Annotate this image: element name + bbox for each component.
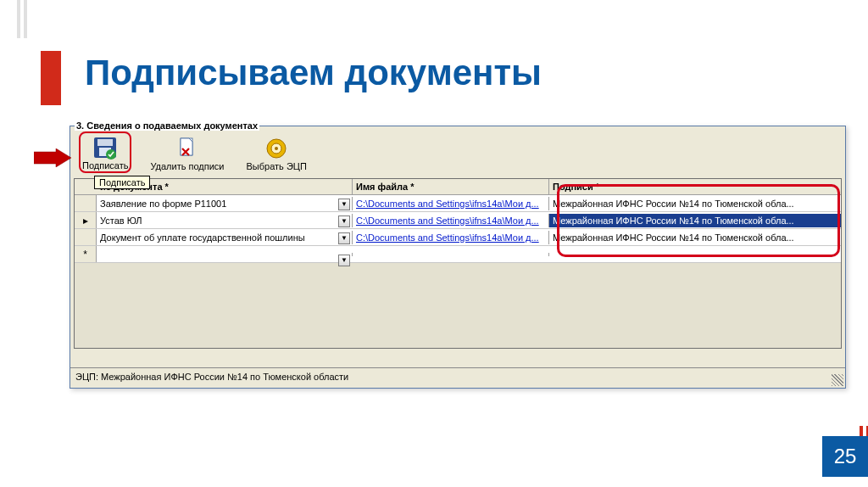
- grid-empty-area: [75, 263, 841, 348]
- grid-header-row: ие документа * Имя файла * Подписи *: [75, 179, 841, 195]
- doc-name-cell[interactable]: Устав ЮЛ ▼: [97, 214, 353, 227]
- row-marker: ▸: [75, 212, 97, 228]
- chevron-down-icon[interactable]: ▼: [338, 255, 350, 266]
- delete-button-label: Удалить подписи: [150, 161, 224, 171]
- documents-panel: Подписать Удалить подписи Выбрать ЭЦП: [70, 126, 846, 389]
- table-row[interactable]: Заявление по форме Р11001 ▼ C:\Documents…: [75, 195, 841, 212]
- chevron-down-icon[interactable]: ▼: [338, 232, 350, 244]
- doc-name-cell[interactable]: ▼: [97, 253, 353, 256]
- toolbar: Подписать Удалить подписи Выбрать ЭЦП: [70, 126, 845, 176]
- sign-tooltip: Подписать: [94, 176, 150, 189]
- delete-signatures-button[interactable]: Удалить подписи: [147, 134, 227, 173]
- table-row[interactable]: ▸ Устав ЮЛ ▼ C:\Documents and Settings\i…: [75, 212, 841, 229]
- sign-disk-icon: [91, 135, 120, 160]
- documents-grid: ие документа * Имя файла * Подписи * Зая…: [74, 178, 842, 349]
- decor-stripe: [24, 0, 27, 38]
- select-ecp-label: Выбрать ЭЦП: [247, 161, 307, 171]
- seal-icon: [262, 136, 291, 161]
- signature-cell[interactable]: Межрайонная ИФНС России №14 по Тюменской…: [549, 197, 841, 210]
- file-cell[interactable]: [353, 253, 549, 256]
- doc-name: Заявление по форме Р11001: [100, 199, 226, 209]
- doc-name-cell[interactable]: Заявление по форме Р11001 ▼: [97, 197, 353, 210]
- section-header: 3. Сведения о подаваемых документах: [75, 120, 259, 131]
- signature-cell[interactable]: Межрайонная ИФНС России №14 по Тюменской…: [549, 214, 841, 227]
- doc-name-cell[interactable]: Документ об уплате государственной пошли…: [97, 231, 353, 244]
- signature-cell[interactable]: [549, 253, 841, 256]
- file-link[interactable]: C:\Documents and Settings\ifns14a\Мои д.…: [356, 232, 539, 243]
- chevron-down-icon[interactable]: ▼: [338, 216, 350, 227]
- delete-doc-icon: [173, 136, 202, 161]
- file-link[interactable]: C:\Documents and Settings\ifns14a\Мои д.…: [356, 216, 539, 226]
- table-row-new[interactable]: * ▼: [75, 246, 841, 263]
- file-cell[interactable]: C:\Documents and Settings\ifns14a\Мои д.…: [353, 197, 549, 210]
- signature-cell[interactable]: Межрайонная ИФНС России №14 по Тюменской…: [549, 231, 841, 244]
- doc-name: Устав ЮЛ: [100, 216, 142, 226]
- select-ecp-button[interactable]: Выбрать ЭЦП: [243, 134, 310, 173]
- decor-stripe: [17, 0, 20, 38]
- svg-rect-2: [97, 139, 113, 146]
- page-number-badge: 25: [822, 436, 868, 477]
- svg-point-8: [275, 147, 278, 150]
- col-header-sign[interactable]: Подписи *: [549, 179, 841, 194]
- table-row[interactable]: Документ об уплате государственной пошли…: [75, 229, 841, 246]
- svg-marker-0: [34, 148, 71, 167]
- title-accent: [41, 51, 61, 105]
- status-bar: ЭЦП: Межрайонная ИФНС России №14 по Тюме…: [70, 367, 845, 388]
- sign-button-label: Подписать: [82, 160, 128, 171]
- chevron-down-icon[interactable]: ▼: [338, 199, 350, 210]
- file-cell[interactable]: C:\Documents and Settings\ifns14a\Мои д.…: [353, 214, 549, 227]
- arrow-callout-icon: [34, 148, 71, 167]
- status-text: ЭЦП: Межрайонная ИФНС России №14 по Тюме…: [75, 372, 348, 382]
- col-header-file[interactable]: Имя файла *: [353, 179, 549, 194]
- file-cell[interactable]: C:\Documents and Settings\ifns14a\Мои д.…: [353, 231, 549, 244]
- sign-button[interactable]: Подписать: [79, 132, 131, 173]
- row-marker: [75, 229, 97, 245]
- file-link[interactable]: C:\Documents and Settings\ifns14a\Мои д.…: [356, 199, 539, 209]
- doc-name: Документ об уплате государственной пошли…: [100, 232, 305, 243]
- slide-title: Подписываем документы: [85, 53, 542, 93]
- row-marker: [75, 195, 97, 211]
- row-marker-new: *: [75, 246, 97, 262]
- resize-grip-icon[interactable]: [832, 374, 843, 386]
